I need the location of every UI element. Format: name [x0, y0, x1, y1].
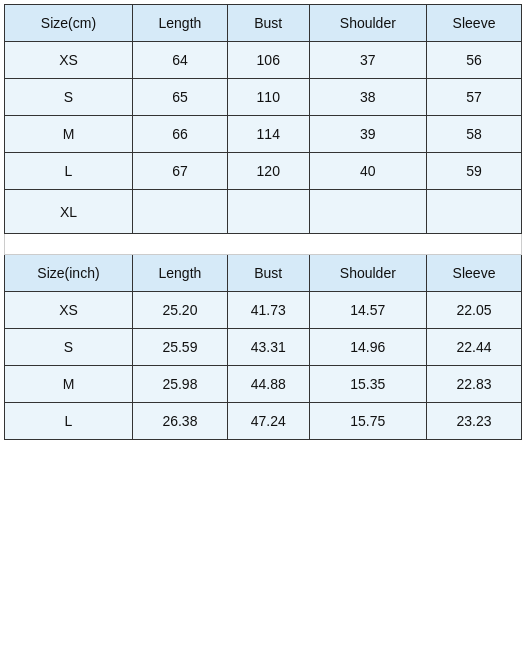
shoulder-m-inch: 15.35 [309, 366, 426, 403]
table-row: S 25.59 43.31 14.96 22.44 [5, 329, 522, 366]
size-s-cm: S [5, 79, 133, 116]
table-row: S 65 110 38 57 [5, 79, 522, 116]
table-row: M 25.98 44.88 15.35 22.83 [5, 366, 522, 403]
bust-s-cm: 110 [227, 79, 309, 116]
bust-l-cm: 120 [227, 153, 309, 190]
sleeve-s-cm: 57 [427, 79, 522, 116]
length-m-cm: 66 [132, 116, 227, 153]
sleeve-s-inch: 22.44 [427, 329, 522, 366]
shoulder-xs-inch: 14.57 [309, 292, 426, 329]
shoulder-l-inch: 15.75 [309, 403, 426, 440]
sleeve-m-inch: 22.83 [427, 366, 522, 403]
bust-m-cm: 114 [227, 116, 309, 153]
size-l-cm: L [5, 153, 133, 190]
shoulder-s-inch: 14.96 [309, 329, 426, 366]
shoulder-l-cm: 40 [309, 153, 426, 190]
length-m-inch: 25.98 [132, 366, 227, 403]
table-row: M 66 114 39 58 [5, 116, 522, 153]
table-row: L 26.38 47.24 15.75 23.23 [5, 403, 522, 440]
inch-sleeve-header: Sleeve [427, 255, 522, 292]
length-xs-inch: 25.20 [132, 292, 227, 329]
bust-l-inch: 47.24 [227, 403, 309, 440]
cm-size-header: Size(cm) [5, 5, 133, 42]
length-l-cm: 67 [132, 153, 227, 190]
size-m-cm: M [5, 116, 133, 153]
length-l-inch: 26.38 [132, 403, 227, 440]
inch-size-header: Size(inch) [5, 255, 133, 292]
inch-length-header: Length [132, 255, 227, 292]
bust-xl-cm [227, 190, 309, 234]
table-divider [5, 234, 522, 255]
sleeve-l-inch: 23.23 [427, 403, 522, 440]
size-s-inch: S [5, 329, 133, 366]
cm-length-header: Length [132, 5, 227, 42]
bust-m-inch: 44.88 [227, 366, 309, 403]
cm-header-row: Size(cm) Length Bust Shoulder Sleeve [5, 5, 522, 42]
size-l-inch: L [5, 403, 133, 440]
bust-xs-cm: 106 [227, 42, 309, 79]
bust-s-inch: 43.31 [227, 329, 309, 366]
inch-header-row: Size(inch) Length Bust Shoulder Sleeve [5, 255, 522, 292]
cm-shoulder-header: Shoulder [309, 5, 426, 42]
cm-size-table: Size(cm) Length Bust Shoulder Sleeve XS … [4, 4, 522, 440]
table-row: XS 25.20 41.73 14.57 22.05 [5, 292, 522, 329]
length-s-cm: 65 [132, 79, 227, 116]
length-xl-cm [132, 190, 227, 234]
sleeve-xs-cm: 56 [427, 42, 522, 79]
table-row: XS 64 106 37 56 [5, 42, 522, 79]
table-row: XL [5, 190, 522, 234]
shoulder-xs-cm: 37 [309, 42, 426, 79]
sleeve-m-cm: 58 [427, 116, 522, 153]
bust-xs-inch: 41.73 [227, 292, 309, 329]
sleeve-xs-inch: 22.05 [427, 292, 522, 329]
table-row: L 67 120 40 59 [5, 153, 522, 190]
shoulder-m-cm: 39 [309, 116, 426, 153]
cm-bust-header: Bust [227, 5, 309, 42]
sleeve-xl-cm [427, 190, 522, 234]
length-xs-cm: 64 [132, 42, 227, 79]
size-xl-cm: XL [5, 190, 133, 234]
size-xs-inch: XS [5, 292, 133, 329]
cm-sleeve-header: Sleeve [427, 5, 522, 42]
shoulder-xl-cm [309, 190, 426, 234]
sleeve-l-cm: 59 [427, 153, 522, 190]
size-m-inch: M [5, 366, 133, 403]
inch-shoulder-header: Shoulder [309, 255, 426, 292]
size-xs-cm: XS [5, 42, 133, 79]
inch-bust-header: Bust [227, 255, 309, 292]
shoulder-s-cm: 38 [309, 79, 426, 116]
length-s-inch: 25.59 [132, 329, 227, 366]
